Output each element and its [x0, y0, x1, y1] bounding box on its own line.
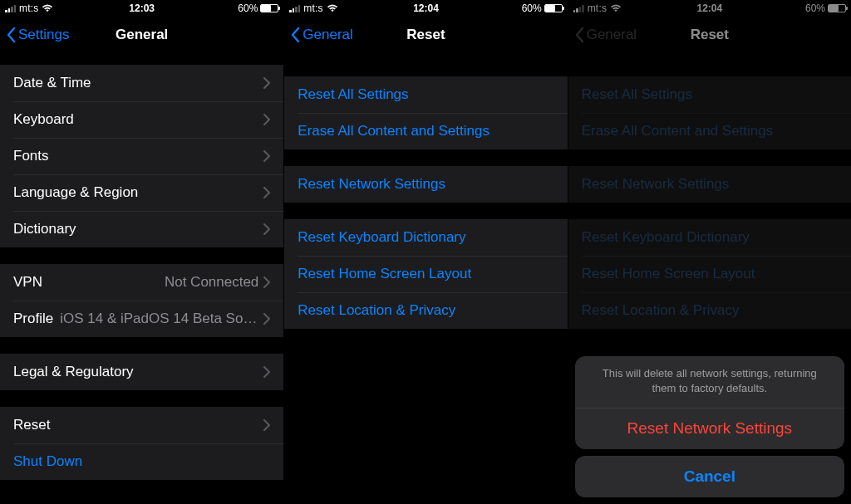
cell-label: Reset All Settings	[298, 86, 553, 103]
cell-label: Fonts	[13, 148, 263, 164]
cell-reset-keyboard-dictionary[interactable]: Reset Keyboard Dictionary	[284, 219, 567, 256]
cell-label: Reset	[13, 417, 263, 433]
cell-label: Reset Home Screen Layout	[582, 266, 838, 282]
page-title: Reset	[284, 27, 567, 43]
chevron-right-icon	[263, 187, 270, 198]
clock: 12:04	[284, 2, 567, 14]
chevron-right-icon	[263, 419, 270, 431]
cell-keyboard[interactable]: Keyboard	[0, 101, 283, 138]
action-sheet-destructive-button[interactable]: Reset Network Settings	[575, 408, 844, 449]
cell-label: VPN	[13, 274, 165, 291]
cell-label: Reset Keyboard Dictionary	[298, 229, 553, 246]
cell-reset[interactable]: Reset	[0, 407, 283, 443]
navbar: General Reset	[568, 17, 851, 53]
cell-legal-regulatory[interactable]: Legal & Regulatory	[0, 354, 283, 390]
clock: 12:04	[568, 2, 851, 14]
cell-label: Erase All Content and Settings	[298, 123, 553, 139]
action-sheet-message: This will delete all network settings, r…	[575, 356, 844, 407]
cell-label: Language & Region	[13, 184, 263, 201]
status-bar: mt:s 12:03 60%	[0, 0, 283, 17]
cell-label: Keyboard	[13, 111, 263, 128]
chevron-right-icon	[263, 150, 270, 162]
battery-icon	[260, 4, 278, 12]
cell-vpn[interactable]: VPNNot Connected	[0, 264, 283, 301]
cell-label: Reset Network Settings	[298, 176, 553, 193]
cell-language-region[interactable]: Language & Region	[0, 174, 283, 211]
cell-reset-network-settings[interactable]: Reset Network Settings	[568, 166, 851, 203]
cell-value: iOS 14 & iPadOS 14 Beta Softwar...	[60, 311, 258, 327]
page-title: Reset	[568, 27, 851, 43]
pane-reset: mt:s 12:04 60% General Reset	[283, 0, 567, 504]
cell-reset-home-screen-layout[interactable]: Reset Home Screen Layout	[568, 256, 851, 292]
cell-label: Legal & Regulatory	[13, 364, 263, 380]
chevron-right-icon	[263, 77, 270, 89]
cell-fonts[interactable]: Fonts	[0, 138, 283, 174]
cell-label: Profile	[13, 311, 53, 327]
cell-reset-keyboard-dictionary[interactable]: Reset Keyboard Dictionary	[568, 219, 851, 256]
clock: 12:03	[0, 2, 283, 14]
status-bar: mt:s 12:04 60%	[568, 0, 851, 17]
cell-erase-all-content[interactable]: Erase All Content and Settings	[568, 113, 851, 149]
cell-erase-all-content[interactable]: Erase All Content and Settings	[284, 113, 567, 149]
status-bar: mt:s 12:04 60%	[284, 0, 567, 17]
action-sheet-cancel-button[interactable]: Cancel	[575, 456, 844, 497]
cell-reset-location-privacy[interactable]: Reset Location & Privacy	[568, 292, 851, 329]
chevron-right-icon	[263, 276, 270, 288]
chevron-right-icon	[263, 313, 270, 325]
battery-icon	[828, 4, 846, 12]
cell-label: Erase All Content and Settings	[582, 123, 838, 139]
pane-general: mt:s 12:03 60% Settings General	[0, 0, 283, 504]
cell-label: Date & Time	[13, 75, 263, 91]
cell-shut-down[interactable]: Shut Down	[0, 443, 283, 480]
cell-dictionary[interactable]: Dictionary	[0, 211, 283, 247]
pane-reset-modal: mt:s 12:04 60% General Reset	[568, 0, 851, 504]
navbar: Settings General	[0, 17, 283, 53]
chevron-right-icon	[263, 114, 270, 125]
cell-label: Reset Location & Privacy	[298, 302, 553, 319]
cell-label: Shut Down	[13, 453, 270, 470]
cell-date-time[interactable]: Date & Time	[0, 65, 283, 101]
cell-reset-all-settings[interactable]: Reset All Settings	[568, 76, 851, 113]
cell-label: Reset Keyboard Dictionary	[582, 229, 838, 246]
page-title: General	[0, 27, 283, 43]
cell-label: Dictionary	[13, 221, 263, 237]
chevron-right-icon	[263, 366, 270, 378]
cell-label: Reset Location & Privacy	[582, 302, 838, 319]
cell-profile[interactable]: ProfileiOS 14 & iPadOS 14 Beta Softwar..…	[0, 301, 283, 337]
chevron-right-icon	[263, 223, 270, 235]
cell-label: Reset Home Screen Layout	[298, 266, 553, 282]
cell-label: Reset Network Settings	[582, 176, 838, 193]
action-sheet: This will delete all network settings, r…	[575, 356, 844, 497]
cell-reset-all-settings[interactable]: Reset All Settings	[284, 76, 567, 113]
cell-value: Not Connected	[165, 274, 258, 291]
navbar: General Reset	[284, 17, 567, 53]
cell-reset-home-screen-layout[interactable]: Reset Home Screen Layout	[284, 256, 567, 292]
battery-icon	[544, 4, 563, 12]
cell-reset-network-settings[interactable]: Reset Network Settings	[284, 166, 567, 203]
cell-reset-location-privacy[interactable]: Reset Location & Privacy	[284, 292, 567, 329]
cell-label: Reset All Settings	[582, 86, 838, 103]
